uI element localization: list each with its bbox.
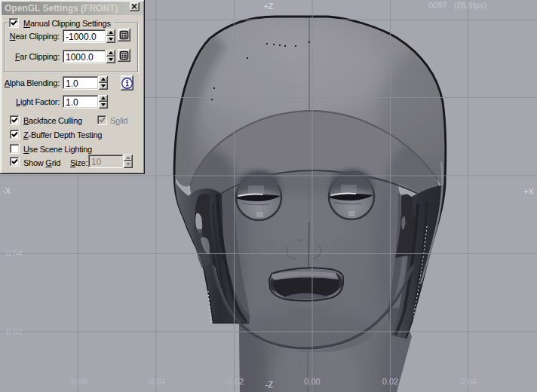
svg-text:0.04: 0.04: [460, 377, 476, 386]
svg-text:-X: -X: [2, 186, 11, 195]
svg-text:-0.02: -0.02: [225, 377, 244, 386]
svg-text:0.02: 0.02: [382, 377, 398, 386]
svg-text:0.52: 0.52: [6, 327, 22, 336]
svg-text:0.00: 0.00: [304, 377, 320, 386]
svg-text:+X: +X: [523, 187, 534, 196]
svg-text:-0.06: -0.06: [69, 377, 87, 386]
svg-text:0097 (28.9fps): 0097 (28.9fps): [428, 1, 486, 10]
svg-text:-0.04: -0.04: [146, 377, 165, 386]
svg-text:-Z: -Z: [265, 380, 274, 389]
svg-text:+Z: +Z: [263, 2, 273, 11]
svg-text:0.54: 0.54: [6, 249, 22, 258]
